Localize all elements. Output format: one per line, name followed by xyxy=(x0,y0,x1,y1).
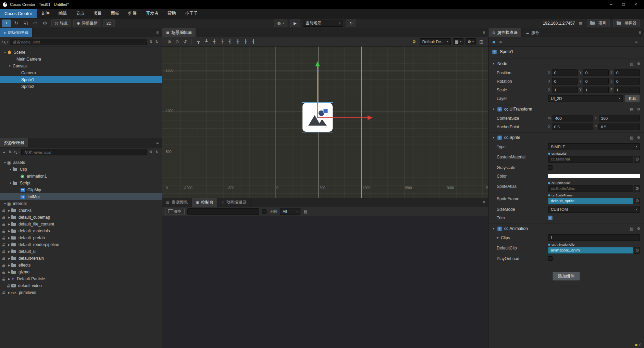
log-level-dropdown[interactable]: All ▾ xyxy=(280,208,300,215)
gizmo-x-axis[interactable] xyxy=(318,117,368,118)
layer-dropdown[interactable]: UI_2D ▾ xyxy=(548,95,623,102)
sprite-frame-field[interactable]: default_sprite xyxy=(548,198,633,204)
screenshot-icon[interactable]: ◫ xyxy=(478,38,485,45)
menu-help[interactable]: 帮助 xyxy=(163,9,181,18)
gizmo-xy-handle[interactable] xyxy=(323,109,328,113)
open-editor-button[interactable]: 编辑器 xyxy=(613,20,640,27)
minimize-button[interactable]: – xyxy=(606,1,617,8)
expand-arrow[interactable] xyxy=(7,291,11,294)
scene-select-dropdown[interactable]: 当前场景 ▾ xyxy=(303,20,343,27)
asset-row-default-file-content[interactable]: default_file_content xyxy=(0,221,162,228)
asset-row-default-cubemap[interactable]: default_cubemap xyxy=(0,214,162,221)
asset-row-assets[interactable]: ▦ assets xyxy=(0,159,162,166)
qr-code-icon[interactable]: ▦ xyxy=(578,21,583,25)
expand-arrow[interactable] xyxy=(7,271,11,274)
select-asset-button[interactable] xyxy=(634,185,640,192)
expand-arrow[interactable] xyxy=(3,51,7,54)
panel-menu-icon[interactable]: ≡ xyxy=(153,30,162,35)
expand-arrow[interactable] xyxy=(7,223,11,226)
chevron-down-icon[interactable]: ▾ xyxy=(7,41,8,43)
expand-arrow[interactable] xyxy=(7,243,11,246)
align-left-icon[interactable]: ┣ xyxy=(219,38,225,45)
rect-tool-button[interactable]: ▭ xyxy=(31,20,40,27)
anchor-x-input[interactable] xyxy=(552,124,593,130)
tab-service[interactable]: ☁ 服务 xyxy=(522,28,543,37)
align-top-icon[interactable]: ┳ xyxy=(195,38,202,45)
tab-animation-editor[interactable]: ↯ 动画编辑器 xyxy=(218,198,251,207)
tree-node-sprite2[interactable]: Sprite2 xyxy=(0,83,162,90)
select-asset-button[interactable] xyxy=(634,198,640,204)
asset-row-default-prefab[interactable]: default_prefab xyxy=(0,234,162,241)
refresh-icon[interactable]: ↻ xyxy=(155,40,159,44)
gizmo-y-arrowhead-icon[interactable] xyxy=(315,61,320,66)
panel-menu-icon[interactable]: ≡ xyxy=(153,140,162,145)
tab-hierarchy[interactable]: ≡ 层级管理器 xyxy=(0,28,33,37)
align-center-icon[interactable]: ╋ xyxy=(211,38,218,45)
doc-icon[interactable]: ▤ xyxy=(630,107,633,112)
add-asset-icon[interactable]: + xyxy=(2,150,6,154)
scale-tool-button[interactable]: ◱ xyxy=(21,20,30,27)
asset-row-default-materials[interactable]: default_materials xyxy=(0,228,162,234)
tab-asset-preview[interactable]: ▤ 资源预览 xyxy=(162,198,192,207)
play-button[interactable]: ▶ xyxy=(290,20,300,27)
collapse-arrow[interactable]: ▼ xyxy=(492,108,495,111)
scale-z-input[interactable] xyxy=(614,87,640,93)
asset-row-chunks[interactable]: chunks xyxy=(0,207,162,214)
close-button[interactable]: × xyxy=(630,1,641,8)
align-right-icon[interactable]: ┫ xyxy=(226,38,233,45)
doc-icon[interactable]: ▤ xyxy=(630,62,633,66)
contentsize-h-input[interactable] xyxy=(599,115,640,121)
position-y-input[interactable] xyxy=(583,69,609,76)
asset-row-default-video[interactable]: ▸ default-video xyxy=(0,282,162,289)
expand-arrow[interactable]: ▶ xyxy=(497,236,499,239)
expand-arrow[interactable] xyxy=(3,202,7,205)
tab-inspector[interactable]: ⊙ 属性检查器 xyxy=(488,28,522,37)
asset-row-default-particle[interactable]: ✦ Default-Particle xyxy=(0,275,162,282)
grid-layout-dropdown[interactable]: ▦ ▾ xyxy=(453,38,463,45)
forward-icon[interactable]: ▶ xyxy=(499,40,502,44)
collapse-arrow[interactable]: ▼ xyxy=(492,62,495,65)
asset-row-script[interactable]: Script xyxy=(0,180,162,186)
tab-console[interactable]: ▣ 控制台 xyxy=(192,198,217,207)
select-asset-button[interactable] xyxy=(634,247,640,254)
gear-icon[interactable]: ⚙ xyxy=(637,227,640,231)
doc-icon[interactable]: ▤ xyxy=(630,136,633,140)
menu-extension[interactable]: 扩展 xyxy=(124,9,141,18)
expand-arrow[interactable] xyxy=(7,230,11,233)
reload-scene-button[interactable]: ↻ xyxy=(346,20,356,27)
status-bar[interactable]: 0 xyxy=(635,343,641,347)
size-mode-dropdown[interactable]: CUSTOM ▾ xyxy=(548,206,640,213)
asset-row-animation1[interactable]: ▶ animation1 xyxy=(0,173,162,180)
play-on-load-checkbox[interactable] xyxy=(548,256,553,261)
sprite-type-dropdown[interactable]: SIMPLE ▾ xyxy=(548,143,640,150)
node-active-checkbox[interactable] xyxy=(492,50,497,54)
gizmo-settings-button[interactable]: ⚙ xyxy=(40,20,49,27)
position-x-input[interactable] xyxy=(552,69,578,76)
menu-custom[interactable]: 小王子 xyxy=(181,9,202,18)
clips-count-input[interactable] xyxy=(548,234,640,241)
tab-assets[interactable]: 资源管理器 xyxy=(0,138,28,147)
hierarchy-search-input[interactable] xyxy=(10,39,147,45)
gizmo-x-arrowhead-icon[interactable] xyxy=(368,115,373,120)
expand-arrow[interactable] xyxy=(7,216,11,219)
refresh-icon[interactable]: ↻ xyxy=(155,150,159,154)
regex-checkbox[interactable] xyxy=(262,209,267,214)
zoom-out-icon[interactable]: ⊖ xyxy=(174,38,181,45)
animation-enable-checkbox[interactable] xyxy=(497,227,502,231)
scale-x-input[interactable] xyxy=(552,87,578,93)
section-node[interactable]: ▼ Node ▤ ⚙ xyxy=(488,59,644,68)
rotate-tool-button[interactable]: ↻ xyxy=(12,20,21,27)
asset-row-default-renderpipeline[interactable]: default_renderpipeline xyxy=(0,241,162,248)
menu-file[interactable]: 文件 xyxy=(37,9,54,18)
tree-node-sprite1[interactable]: Sprite1 xyxy=(0,76,162,83)
scale-y-input[interactable] xyxy=(583,87,609,93)
tab-scene-editor[interactable]: ▦ 场景编辑器 xyxy=(162,28,196,37)
menu-developer[interactable]: 开发者 xyxy=(141,9,163,18)
gear-icon[interactable]: ⚙ xyxy=(637,136,640,140)
chevron-down-icon[interactable]: ▾ xyxy=(18,151,20,153)
collapse-arrow[interactable]: ▼ xyxy=(492,227,495,230)
asset-row-primitives[interactable]: FBX primitives xyxy=(0,289,162,296)
back-icon[interactable]: ◀ xyxy=(492,40,495,44)
distribute-v-icon[interactable]: ╂ xyxy=(234,38,241,45)
gizmo-y-axis[interactable] xyxy=(317,66,318,118)
